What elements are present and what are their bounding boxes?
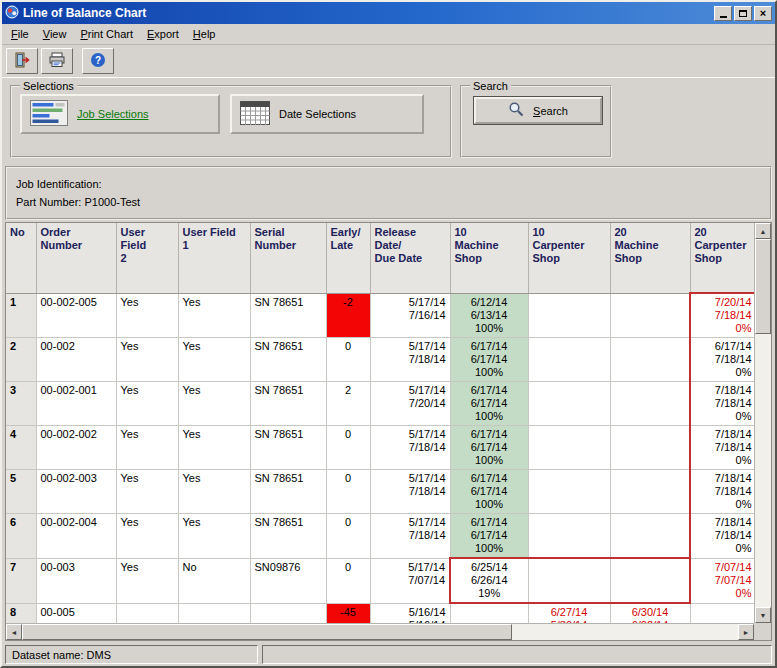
cell-user-field-2[interactable]: Yes	[116, 558, 178, 603]
cell-release-due-date[interactable]: 5/17/14 7/20/14	[370, 382, 450, 426]
cell-20-carpenter-shop[interactable]	[690, 603, 754, 623]
cell-early-late[interactable]: -2	[326, 293, 370, 338]
cell-order-number[interactable]: 00-002-004	[36, 514, 116, 559]
scroll-right-button[interactable]: ►	[738, 624, 754, 640]
cell-10-carpenter-shop[interactable]	[528, 470, 610, 514]
cell-20-machine-shop[interactable]: 6/30/14 6/02/14	[610, 603, 690, 623]
search-button[interactable]: Search	[474, 97, 602, 124]
cell-20-machine-shop[interactable]	[610, 338, 690, 382]
vertical-scroll-track[interactable]	[755, 334, 771, 607]
cell-user-field-1[interactable]: Yes	[178, 338, 250, 382]
cell-10-carpenter-shop[interactable]	[528, 293, 610, 338]
cell-early-late[interactable]: 0	[326, 514, 370, 559]
cell-order-number[interactable]: 00-002-001	[36, 382, 116, 426]
column-header-user-field-1[interactable]: User Field 1	[178, 223, 250, 293]
cell-20-carpenter-shop[interactable]: 7/20/14 7/18/14 0%	[690, 293, 754, 338]
column-header-10-machine-shop[interactable]: 10 Machine Shop	[450, 223, 528, 293]
cell-order-number[interactable]: 00-002-002	[36, 426, 116, 470]
app-icon[interactable]	[5, 5, 19, 21]
cell-10-machine-shop[interactable]: 6/12/14 6/13/14 100%	[450, 293, 528, 338]
cell-user-field-2[interactable]: Yes	[116, 338, 178, 382]
cell-order-number[interactable]: 00-005	[36, 603, 116, 623]
cell-release-due-date[interactable]: 5/17/14 7/18/14	[370, 514, 450, 559]
cell-user-field-2[interactable]: Yes	[116, 293, 178, 338]
cell-order-number[interactable]: 00-002	[36, 338, 116, 382]
cell-10-carpenter-shop[interactable]	[528, 558, 610, 603]
cell-20-machine-shop[interactable]	[610, 558, 690, 603]
horizontal-scroll-track[interactable]	[512, 624, 738, 640]
menu-item-help[interactable]: Help	[186, 25, 223, 43]
cell-order-number[interactable]: 00-002-003	[36, 470, 116, 514]
cell-20-machine-shop[interactable]	[610, 426, 690, 470]
maximize-button[interactable]	[734, 6, 752, 21]
cell-10-machine-shop[interactable]: 6/17/14 6/17/14 100%	[450, 338, 528, 382]
cell-20-machine-shop[interactable]	[610, 514, 690, 559]
cell-release-due-date[interactable]: 5/16/14 5/16/14	[370, 603, 450, 623]
cell-20-carpenter-shop[interactable]: 7/18/14 7/18/14 0%	[690, 514, 754, 559]
cell-order-number[interactable]: 00-002-005	[36, 293, 116, 338]
cell-serial-number[interactable]: SN 78651	[250, 382, 326, 426]
cell-user-field-1[interactable]: Yes	[178, 514, 250, 559]
cell-release-due-date[interactable]: 5/17/14 7/07/14	[370, 558, 450, 603]
cell-early-late[interactable]: 0	[326, 470, 370, 514]
cell-10-carpenter-shop[interactable]	[528, 426, 610, 470]
scroll-left-button[interactable]: ◄	[6, 624, 22, 640]
cell-user-field-2[interactable]: Yes	[116, 514, 178, 559]
horizontal-scrollbar[interactable]: ◄ ►	[6, 623, 754, 640]
row-header[interactable]: 4	[6, 426, 36, 470]
row-header[interactable]: 7	[6, 558, 36, 603]
job-selections-button[interactable]: Job Selections	[20, 94, 220, 134]
column-header-early-late[interactable]: Early/ Late	[326, 223, 370, 293]
cell-user-field-2[interactable]: Yes	[116, 470, 178, 514]
print-chart-button[interactable]	[41, 48, 73, 74]
cell-user-field-2[interactable]	[116, 603, 178, 623]
cell-early-late[interactable]: -45	[326, 603, 370, 623]
menu-item-export[interactable]: Export	[140, 25, 186, 43]
column-header-serial-number[interactable]: Serial Number	[250, 223, 326, 293]
title-bar[interactable]: Line of Balance Chart ×	[2, 2, 775, 24]
cell-20-machine-shop[interactable]	[610, 382, 690, 426]
row-header[interactable]: 3	[6, 382, 36, 426]
close-button[interactable]: ×	[754, 6, 772, 21]
cell-10-machine-shop[interactable]: 6/17/14 6/17/14 100%	[450, 382, 528, 426]
cell-10-carpenter-shop[interactable]	[528, 338, 610, 382]
cell-early-late[interactable]: 0	[326, 426, 370, 470]
cell-release-due-date[interactable]: 5/17/14 7/16/14	[370, 293, 450, 338]
cell-20-carpenter-shop[interactable]: 7/18/14 7/18/14 0%	[690, 382, 754, 426]
cell-user-field-1[interactable]: Yes	[178, 426, 250, 470]
column-header-20-machine-shop[interactable]: 20 Machine Shop	[610, 223, 690, 293]
cell-release-due-date[interactable]: 5/17/14 7/18/14	[370, 338, 450, 382]
cell-user-field-1[interactable]: Yes	[178, 470, 250, 514]
cell-20-machine-shop[interactable]	[610, 470, 690, 514]
cell-serial-number[interactable]: SN 78651	[250, 470, 326, 514]
cell-20-machine-shop[interactable]	[610, 293, 690, 338]
menu-item-file[interactable]: File	[4, 25, 36, 43]
row-header[interactable]: 1	[6, 293, 36, 338]
cell-10-carpenter-shop[interactable]	[528, 382, 610, 426]
cell-serial-number[interactable]: SN09876	[250, 558, 326, 603]
cell-10-machine-shop[interactable]: 6/17/14 6/17/14 100%	[450, 470, 528, 514]
row-header[interactable]: 6	[6, 514, 36, 559]
horizontal-scroll-thumb[interactable]	[22, 624, 512, 640]
cell-user-field-1[interactable]: Yes	[178, 382, 250, 426]
cell-10-machine-shop[interactable]: 6/17/14 6/17/14 100%	[450, 514, 528, 559]
minimize-button[interactable]	[714, 6, 732, 21]
cell-10-machine-shop[interactable]: 6/25/14 6/26/14 19%	[450, 558, 528, 603]
cell-10-machine-shop[interactable]	[450, 603, 528, 623]
cell-serial-number[interactable]: SN 78651	[250, 426, 326, 470]
cell-10-machine-shop[interactable]: 6/17/14 6/17/14 100%	[450, 426, 528, 470]
cell-20-carpenter-shop[interactable]: 7/18/14 7/18/14 0%	[690, 426, 754, 470]
cell-serial-number[interactable]: SN 78651	[250, 514, 326, 559]
cell-user-field-2[interactable]: Yes	[116, 426, 178, 470]
cell-10-carpenter-shop[interactable]: 6/27/14 5/30/14	[528, 603, 610, 623]
cell-user-field-1[interactable]: Yes	[178, 293, 250, 338]
cell-order-number[interactable]: 00-003	[36, 558, 116, 603]
date-selections-button[interactable]: Date Selections	[230, 94, 424, 134]
column-header-user-field-2[interactable]: User Field 2	[116, 223, 178, 293]
column-header-order-number[interactable]: Order Number	[36, 223, 116, 293]
cell-10-carpenter-shop[interactable]	[528, 514, 610, 559]
cell-release-due-date[interactable]: 5/17/14 7/18/14	[370, 426, 450, 470]
cell-user-field-1[interactable]: No	[178, 558, 250, 603]
row-header[interactable]: 5	[6, 470, 36, 514]
cell-user-field-2[interactable]: Yes	[116, 382, 178, 426]
